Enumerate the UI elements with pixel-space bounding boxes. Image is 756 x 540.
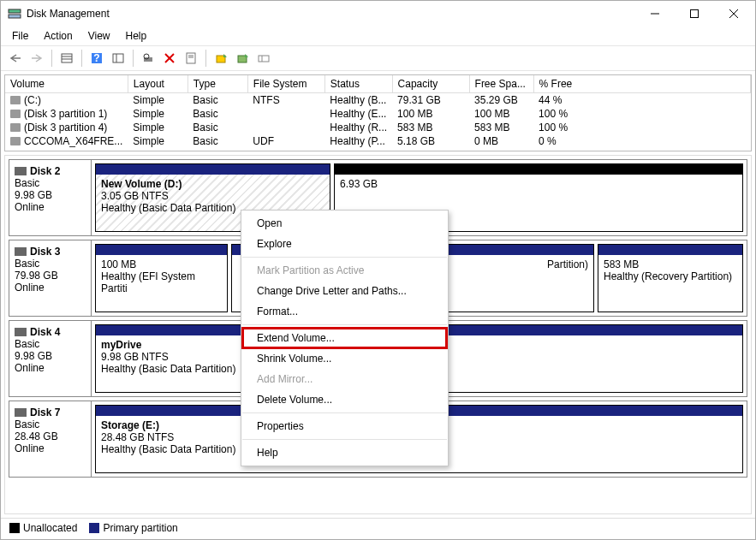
app-icon [8,7,21,21]
svg-rect-11 [113,54,123,62]
table-row[interactable]: CCCOMA_X64FRE...SimpleBasicUDFHealthy (P… [5,134,751,148]
svg-rect-1 [9,15,21,18]
disk-icon [15,328,27,336]
menu-file[interactable]: File [6,28,34,44]
separator [242,257,447,258]
table-row[interactable]: (Disk 3 partition 1)SimpleBasicHealthy (… [5,107,751,121]
svg-marker-21 [223,54,227,57]
table-row[interactable]: (C:)SimpleBasicNTFSHealthy (B...79.31 GB… [5,93,751,108]
ctx-shrink-volume[interactable]: Shrink Volume... [241,348,448,369]
volume-icon [10,96,21,104]
detach-vhd-icon[interactable] [254,49,273,68]
window-title: Disk Management [27,8,635,20]
back-icon[interactable] [6,49,25,68]
title-bar: Disk Management [1,1,755,27]
svg-rect-24 [259,56,269,62]
table-row[interactable]: (Disk 3 partition 4)SimpleBasicHealthy (… [5,121,751,134]
disk-icon [15,247,27,256]
volume-icon [10,110,21,118]
svg-rect-17 [187,53,195,63]
ctx-add-mirror: Add Mirror... [241,369,448,389]
menu-bar: File Action View Help [1,27,755,45]
ctx-extend-volume[interactable]: Extend Volume... [241,327,448,349]
maximize-button[interactable] [675,1,714,27]
list-icon[interactable] [109,49,128,68]
svg-marker-23 [245,54,248,57]
svg-rect-3 [691,10,699,18]
svg-text:?: ? [93,52,99,64]
disk-icon [15,167,27,175]
disk-icon [15,408,27,417]
separator [242,412,447,413]
volume-list-pane: Volume Layout Type File System Status Ca… [4,74,752,151]
ctx-help[interactable]: Help [241,442,448,463]
volume-icon [10,137,21,145]
close-button[interactable] [714,1,753,27]
col-volume[interactable]: Volume [5,75,128,93]
col-capacity[interactable]: Capacity [392,75,469,93]
volume-icon [10,151,21,151]
menu-action[interactable]: Action [38,28,78,44]
svg-rect-6 [62,54,72,62]
properties-icon[interactable] [182,49,200,68]
table-view-icon[interactable] [57,49,76,68]
legend-primary: Primary partition [89,522,177,534]
separator [242,439,447,440]
ctx-open[interactable]: Open [241,213,448,234]
ctx-format[interactable]: Format... [241,301,448,322]
new-disk-icon[interactable] [211,49,230,68]
col-pct[interactable]: % Free [533,75,750,93]
volume-icon [10,123,21,132]
context-menu: Open Explore Mark Partition as Active Ch… [241,210,449,466]
partition-efi[interactable]: 100 MB Healthy (EFI System Partiti [95,244,228,312]
ctx-explore[interactable]: Explore [241,234,448,254]
delete-icon[interactable] [160,49,179,68]
svg-rect-0 [9,9,21,13]
ctx-mark-active: Mark Partition as Active [241,260,448,281]
col-status[interactable]: Status [324,75,392,93]
legend-unallocated: Unallocated [9,522,77,534]
menu-help[interactable]: Help [120,28,153,44]
col-layout[interactable]: Layout [128,75,188,93]
help-icon[interactable]: ? [87,49,106,68]
disk-header[interactable]: Disk 2 Basic 9.98 GB Online [9,160,92,235]
ctx-change-drive-letter[interactable]: Change Drive Letter and Paths... [241,281,448,301]
ctx-delete-volume[interactable]: Delete Volume... [241,389,448,410]
toolbar: ? [1,45,755,71]
col-free[interactable]: Free Spa... [469,75,533,93]
disk-header[interactable]: Disk 7 Basic 28.48 GB Online [9,401,92,477]
disk-header[interactable]: Disk 4 Basic 9.98 GB Online [9,321,92,396]
disk-header[interactable]: Disk 3 Basic 79.98 GB Online [9,240,92,316]
partition-recovery[interactable]: 583 MB Healthy (Recovery Partition) [598,244,743,312]
volume-table[interactable]: Volume Layout Type File System Status Ca… [5,75,751,151]
minimize-button[interactable] [635,1,675,27]
separator [242,324,447,325]
ctx-properties[interactable]: Properties [241,416,448,436]
legend: Unallocated Primary partition [1,518,755,537]
col-fs[interactable]: File System [247,75,324,93]
attach-vhd-icon[interactable] [233,49,252,68]
col-type[interactable]: Type [188,75,247,93]
table-row[interactable]: myDriveSimpleBasicNTFSHealthy (B...9.98 … [5,148,751,151]
forward-icon[interactable] [27,49,46,68]
menu-view[interactable]: View [82,28,116,44]
rescan-icon[interactable] [139,49,158,68]
